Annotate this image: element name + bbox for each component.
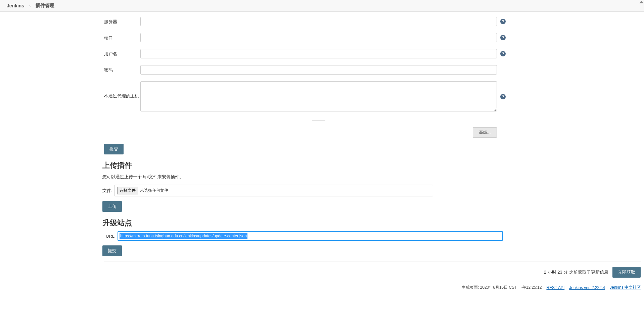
version-link[interactable]: Jenkins ver. 2.222.4 (569, 285, 605, 290)
chevron-right-icon: › (29, 3, 31, 8)
breadcrumb: Jenkins › 插件管理 (0, 0, 644, 12)
update-site-submit-button[interactable]: 提交 (102, 245, 122, 256)
upload-title: 上传插件 (102, 160, 507, 171)
server-label: 服务器 (104, 17, 140, 25)
last-check-text: 2 小时 23 分 之前获取了更新信息 (544, 269, 608, 275)
file-input-container: 选择文件 未选择任何文件 (114, 185, 433, 196)
upload-section: 上传插件 您可以通过上传一个.hpi文件来安装插件。 文件: 选择文件 未选择任… (102, 160, 507, 212)
url-label: URL (102, 234, 118, 239)
port-row: 端口 ? (104, 33, 507, 42)
username-row: 用户名 ? (104, 49, 507, 58)
help-icon[interactable]: ? (500, 19, 506, 24)
scroll-up-icon[interactable] (639, 1, 643, 3)
choose-file-button[interactable]: 选择文件 (117, 187, 138, 194)
file-label: 文件: (102, 188, 114, 194)
noproxy-label: 不通过代理的主机 (104, 81, 140, 99)
password-input[interactable] (140, 65, 497, 75)
breadcrumb-current[interactable]: 插件管理 (36, 3, 54, 9)
update-site-section: 升级站点 URL https://mirrors.tuna.tsinghua.e… (102, 218, 507, 256)
server-input[interactable] (140, 17, 497, 26)
main-content: 服务器 ? 端口 ? 用户名 ? 密码 不通过代理的主机 ? 高级... (0, 12, 507, 256)
password-row: 密码 (104, 65, 507, 75)
resize-handle[interactable] (140, 119, 497, 121)
server-row: 服务器 ? (104, 17, 507, 26)
username-label: 用户名 (104, 49, 140, 57)
help-icon[interactable]: ? (500, 51, 506, 56)
url-row: URL https://mirrors.tuna.tsinghua.edu.cn… (102, 231, 507, 241)
username-input[interactable] (140, 49, 497, 58)
url-value-selected: https://mirrors.tuna.tsinghua.edu.cn/jen… (120, 233, 247, 239)
rest-api-link[interactable]: REST API (546, 285, 564, 290)
noproxy-row: 不通过代理的主机 ? (104, 81, 507, 112)
upload-description: 您可以通过上传一个.hpi文件来安装插件。 (102, 174, 507, 180)
community-link[interactable]: Jenkins 中文社区 (610, 285, 641, 290)
port-input[interactable] (140, 33, 497, 42)
status-row: 2 小时 23 分 之前获取了更新信息 立即获取 (0, 262, 644, 281)
file-status-text: 未选择任何文件 (140, 188, 168, 193)
url-input[interactable]: https://mirrors.tuna.tsinghua.edu.cn/jen… (118, 231, 503, 241)
password-label: 密码 (104, 65, 140, 73)
footer: 生成页面: 2020年6月16日 CST 下午12:25:12 REST API… (0, 281, 644, 292)
file-row: 文件: 选择文件 未选择任何文件 (102, 185, 507, 196)
page-generated-text: 生成页面: 2020年6月16日 CST 下午12:25:12 (462, 285, 542, 290)
help-icon[interactable]: ? (500, 35, 506, 40)
breadcrumb-root[interactable]: Jenkins (7, 3, 24, 8)
help-icon[interactable]: ? (500, 94, 506, 99)
advanced-button[interactable]: 高级... (473, 127, 497, 138)
check-now-button[interactable]: 立即获取 (612, 267, 641, 278)
update-site-title: 升级站点 (102, 218, 507, 228)
noproxy-textarea[interactable] (140, 81, 497, 111)
upload-button[interactable]: 上传 (102, 201, 122, 212)
port-label: 端口 (104, 33, 140, 41)
proxy-submit-button[interactable]: 提交 (104, 144, 124, 154)
